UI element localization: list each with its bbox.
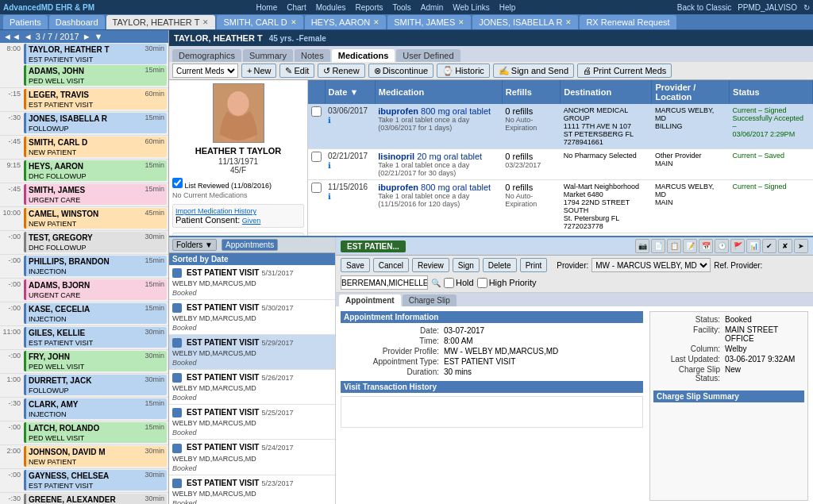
tab-charge-slip[interactable]: Charge Slip bbox=[403, 294, 457, 306]
review-button[interactable]: Review bbox=[412, 258, 449, 272]
med-info-icon-1[interactable]: ℹ bbox=[328, 116, 331, 125]
icon-clock[interactable]: 🕐 bbox=[715, 239, 729, 253]
nav-help[interactable]: Help bbox=[499, 3, 516, 12]
appt-johnson[interactable]: JOHNSON, DAVID M 30min NEW PATIENT bbox=[24, 446, 167, 467]
high-priority-checkbox[interactable] bbox=[477, 278, 487, 288]
nav-tools[interactable]: Tools bbox=[392, 3, 410, 12]
appointments-button[interactable]: Appointments bbox=[222, 239, 278, 251]
tab-smith-james[interactable]: SMITH, JAMES ✕ bbox=[387, 15, 471, 29]
est-patient-button[interactable]: EST PATIEN... bbox=[341, 240, 406, 252]
tab-user-defined[interactable]: User Defined bbox=[396, 49, 460, 62]
print-current-meds-button[interactable]: 🖨 Print Current Meds bbox=[577, 63, 672, 78]
historic-med-button[interactable]: ⌚ Historic bbox=[437, 63, 490, 78]
provider-select[interactable]: MW - MARCUS WELBY, MD bbox=[591, 258, 711, 272]
med-info-icon-3[interactable]: ℹ bbox=[328, 192, 331, 201]
tab-notes[interactable]: Notes bbox=[295, 49, 330, 62]
icon-check[interactable]: ✔ bbox=[762, 239, 776, 253]
appt-phillips[interactable]: PHILLIPS, BRANDON 15min INJECTION bbox=[24, 256, 167, 276]
med-row-checkbox-2[interactable] bbox=[311, 152, 322, 162]
cancel-button[interactable]: Cancel bbox=[373, 258, 409, 272]
appt-adams-bjorn[interactable]: ADAMS, BJORN 15min URGENT CARE bbox=[24, 279, 167, 300]
tab-patients[interactable]: Patients bbox=[3, 15, 48, 29]
appt-gayness[interactable]: GAYNESS, CHELSEA 30min EST PATIENT VISIT bbox=[24, 470, 167, 491]
appt-jones[interactable]: JONES, ISABELLA R 15min FOLLOWUP bbox=[24, 113, 167, 133]
save-button[interactable]: Save bbox=[341, 258, 370, 272]
import-med-history-link[interactable]: Import Medication History bbox=[175, 207, 301, 215]
list-item[interactable]: EST PATIENT VISIT 5/31/2017 WELBY MD,MAR… bbox=[169, 265, 335, 300]
tab-demographics[interactable]: Demographics bbox=[172, 49, 241, 62]
tab-heys[interactable]: HEYS, AARON ✕ bbox=[305, 15, 387, 29]
appt-leger[interactable]: LEGER, TRAVIS 60min EST PATIENT VISIT bbox=[24, 89, 167, 110]
appt-fry[interactable]: FRY, JOHN 30min PED WELL VISIT bbox=[24, 351, 167, 371]
patient-consent-link[interactable]: Given bbox=[242, 217, 261, 225]
sign-and-send-button[interactable]: ✍ Sign and Send bbox=[493, 63, 574, 78]
col-refills[interactable]: Refills bbox=[502, 80, 560, 104]
col-date[interactable]: Date ▼ bbox=[325, 80, 375, 104]
nav-prev-icon[interactable]: ◄◄ bbox=[3, 32, 21, 41]
nav-next-day-icon[interactable]: ► bbox=[83, 32, 91, 41]
nav-modules[interactable]: Modules bbox=[316, 3, 346, 12]
col-provider[interactable]: Provider / Location bbox=[652, 80, 730, 104]
search-ref-icon[interactable]: 🔍 bbox=[431, 279, 441, 287]
icon-doc1[interactable]: 📄 bbox=[651, 239, 665, 253]
tab-heys-close[interactable]: ✕ bbox=[373, 18, 380, 26]
edit-med-button[interactable]: ✎ Edit bbox=[279, 63, 314, 78]
table-row[interactable]: 03/06/2017 ℹ ibuprofen 800 mg oral table… bbox=[308, 104, 813, 149]
appt-kase[interactable]: KASE, CECELIA 15min INJECTION bbox=[24, 303, 167, 324]
icon-calendar[interactable]: 📅 bbox=[699, 239, 713, 253]
sign-button[interactable]: Sign bbox=[453, 258, 480, 272]
discontinue-med-button[interactable]: ⊗ Discontinue bbox=[368, 63, 433, 78]
appt-latch[interactable]: LATCH, ROLANDO 15min PED WELL VISIT bbox=[24, 422, 167, 443]
list-item[interactable]: EST PATIENT VISIT 5/24/2017 WELBY MD,MAR… bbox=[169, 440, 335, 475]
new-med-button[interactable]: + New bbox=[241, 63, 276, 78]
nav-admin[interactable]: Admin bbox=[421, 3, 443, 12]
med-row-checkbox-3[interactable] bbox=[311, 183, 322, 193]
appt-durrett[interactable]: DURRETT, JACK 30min FOLLOWUP bbox=[24, 375, 167, 395]
ref-provider-input[interactable] bbox=[341, 275, 428, 290]
tab-rx-renewal[interactable]: RX Renewal Request bbox=[580, 15, 676, 29]
appt-heys[interactable]: HEYS, AARON 15min DHC FOLLOWUP bbox=[24, 160, 167, 181]
list-item[interactable]: EST PATIENT VISIT 5/23/2017 WELBY MD,MAR… bbox=[169, 475, 335, 504]
tab-smith-james-close[interactable]: ✕ bbox=[458, 18, 464, 26]
tab-smith-carl-close[interactable]: ✕ bbox=[291, 18, 297, 26]
med-row-checkbox-1[interactable] bbox=[311, 106, 322, 117]
nav-home[interactable]: Home bbox=[256, 3, 278, 12]
filter-icon[interactable]: ▼ bbox=[94, 32, 103, 41]
tab-medications[interactable]: Medications bbox=[332, 49, 395, 62]
icon-camera[interactable]: 📷 bbox=[635, 239, 649, 253]
tab-jones[interactable]: JONES, ISABELLA R ✕ bbox=[472, 15, 578, 29]
table-row[interactable]: 11/15/2016 ℹ ibuprofen 800 mg oral table… bbox=[308, 180, 813, 233]
back-to-classic-link[interactable]: Back to Classic bbox=[677, 3, 731, 12]
print-button[interactable]: Print bbox=[520, 258, 548, 272]
nav-weblinks[interactable]: Web Links bbox=[453, 3, 490, 12]
list-item[interactable]: EST PATIENT VISIT 5/25/2017 WELBY MD,MAR… bbox=[169, 405, 335, 440]
icon-doc2[interactable]: 📋 bbox=[667, 239, 681, 253]
icon-flag[interactable]: 🚩 bbox=[730, 239, 745, 253]
tab-taylor[interactable]: TAYLOR, HEATHER T ✕ bbox=[106, 15, 216, 29]
appt-smith-james[interactable]: SMITH, JAMES 15min URGENT CARE bbox=[24, 184, 167, 205]
list-reviewed-checkbox[interactable] bbox=[172, 178, 183, 188]
appt-clark[interactable]: CLARK, AMY 15min INJECTION bbox=[24, 398, 167, 419]
tab-appointment[interactable]: Appointment bbox=[339, 294, 401, 306]
appt-smith-carl[interactable]: SMITH, CARL D 60min NEW PATIENT bbox=[24, 137, 167, 157]
appt-giles[interactable]: GILES, KELLIE 30min EST PATIENT VISIT bbox=[24, 327, 167, 348]
med-info-icon-2[interactable]: ℹ bbox=[328, 161, 331, 170]
list-item[interactable]: EST PATIENT VISIT 5/29/2017 WELBY MD,MAR… bbox=[169, 335, 335, 370]
meds-filter-select[interactable]: Current Meds bbox=[172, 63, 238, 78]
renew-med-button[interactable]: ↺ Renew bbox=[318, 63, 364, 78]
tab-summary[interactable]: Summary bbox=[243, 49, 293, 62]
icon-chart[interactable]: 📊 bbox=[746, 239, 761, 253]
icon-arrow[interactable]: ➤ bbox=[794, 239, 808, 253]
col-status[interactable]: Status bbox=[730, 80, 813, 104]
refresh-icon[interactable]: ↻ bbox=[803, 3, 810, 12]
tab-taylor-close[interactable]: ✕ bbox=[202, 18, 209, 26]
col-medication[interactable]: Medication bbox=[375, 80, 502, 104]
tab-smith-carl[interactable]: SMITH, CARL D ✕ bbox=[217, 15, 302, 29]
nav-reports[interactable]: Reports bbox=[355, 3, 383, 12]
hold-checkbox[interactable] bbox=[444, 278, 454, 288]
icon-doc3[interactable]: 📝 bbox=[683, 239, 697, 253]
appt-adams-john[interactable]: ADAMS, JOHN 15min PED WELL VISIT bbox=[24, 65, 167, 86]
table-row[interactable]: 02/21/2017 ℹ lisinopril 20 mg oral table… bbox=[308, 149, 813, 180]
list-item[interactable]: EST PATIENT VISIT 5/30/2017 WELBY MD,MAR… bbox=[169, 300, 335, 335]
icon-x[interactable]: ✘ bbox=[778, 239, 792, 253]
